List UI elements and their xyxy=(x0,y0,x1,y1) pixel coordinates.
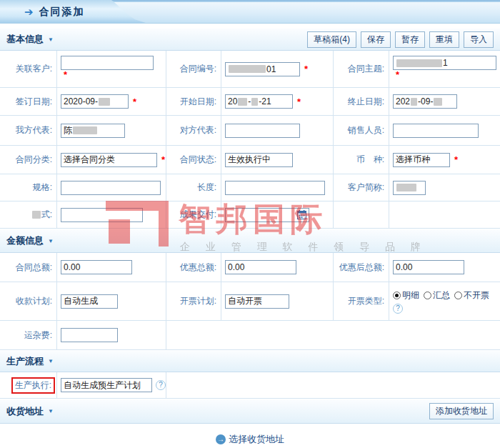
length-label: 长度: xyxy=(166,174,221,201)
circle-arrow-icon: → xyxy=(216,434,226,444)
contract-no-visible: 01 xyxy=(266,64,276,74)
save-button[interactable]: 保存 xyxy=(361,31,391,48)
row-basic-6: 式: 成果交付: xyxy=(0,201,500,229)
mode-label-text: 式: xyxy=(41,209,52,221)
row-basic-2: 签订日期: 2020-09- * 开始日期: 20--21 * 终止日期: 20… xyxy=(0,88,500,116)
their-rep-input[interactable] xyxy=(225,124,300,138)
start-date-input[interactable]: 20--21 xyxy=(225,94,293,109)
reset-button[interactable]: 重填 xyxy=(429,31,459,48)
spec-label: 规格: xyxy=(0,174,57,201)
end-date-part: 202 xyxy=(396,96,410,106)
help-icon[interactable]: ? xyxy=(393,304,403,314)
redacted-text xyxy=(99,98,110,106)
currency-label: 币 种: xyxy=(334,146,389,174)
help-icon[interactable]: ? xyxy=(156,380,166,390)
section-basic-title: 基本信息 xyxy=(6,33,44,46)
discount-label: 优惠总额: xyxy=(166,253,221,282)
radio-invoice-detail-label[interactable]: 明细 xyxy=(402,289,419,302)
import-button[interactable]: 导入 xyxy=(464,31,494,48)
currency-input[interactable] xyxy=(393,153,450,167)
empty-cell xyxy=(334,201,389,228)
invoice-plan-input[interactable] xyxy=(225,294,289,309)
start-date-part: 20 xyxy=(228,96,237,106)
production-exec-label: 生产执行: xyxy=(15,380,51,390)
title-arrow-icon: ➔ xyxy=(24,6,34,19)
section-amount-title: 金额信息 xyxy=(6,234,44,247)
freight-input[interactable] xyxy=(61,328,118,342)
subject-input[interactable]: 1 xyxy=(393,56,496,70)
required-mark: * xyxy=(161,154,165,165)
row-amount-2: 收款计划: 开票计划: 开票类型: 明细 汇总 不开票 ? xyxy=(0,282,500,321)
sign-date-input[interactable]: 2020-09- xyxy=(61,94,129,109)
required-mark: * xyxy=(64,71,67,78)
required-mark: * xyxy=(133,96,136,107)
spec-input[interactable] xyxy=(61,181,161,195)
draftbox-button[interactable]: 草稿箱(4) xyxy=(307,31,356,48)
start-date-part: - xyxy=(248,96,251,106)
section-amount-info: 金额信息 ▼ xyxy=(0,229,500,253)
add-address-button[interactable]: 添加收货地址 xyxy=(429,403,494,419)
delivery-input[interactable] xyxy=(225,208,309,222)
redacted-text xyxy=(32,211,41,219)
row-basic-3: 我方代表: 陈 对方代表: 销售人员: xyxy=(0,116,500,146)
length-input[interactable] xyxy=(225,181,325,195)
required-mark: * xyxy=(297,96,301,107)
temp-save-button[interactable]: 暂存 xyxy=(395,31,425,48)
category-label: 合同分类: xyxy=(0,146,57,174)
section-address-title: 收货地址 xyxy=(6,405,44,418)
cust-abbr-input[interactable] xyxy=(393,181,426,195)
page-title: 合同添加 xyxy=(39,6,85,19)
redacted-text xyxy=(434,98,442,106)
sales-input[interactable] xyxy=(393,124,479,138)
redacted-text xyxy=(73,126,97,134)
caret-down-icon: ▼ xyxy=(48,408,54,414)
row-production-1: 生产执行: ? xyxy=(0,372,500,399)
redacted-text xyxy=(396,184,416,191)
redacted-text xyxy=(411,98,417,106)
caret-down-icon: ▼ xyxy=(48,36,54,43)
our-rep-label: 我方代表: xyxy=(0,116,57,145)
their-rep-label: 对方代表: xyxy=(166,116,221,145)
our-rep-input[interactable]: 陈 xyxy=(61,124,125,138)
radio-invoice-summary[interactable] xyxy=(424,292,431,299)
payment-plan-input[interactable] xyxy=(61,294,118,309)
radio-invoice-detail[interactable] xyxy=(393,292,401,299)
select-address-link[interactable]: → 选择收货地址 xyxy=(216,430,284,448)
total-input[interactable] xyxy=(61,260,132,274)
category-input[interactable] xyxy=(61,153,157,167)
section-basic-toggle[interactable]: 基本信息 ▼ xyxy=(6,33,54,46)
after-discount-input[interactable] xyxy=(393,260,464,274)
discount-input[interactable] xyxy=(225,260,296,274)
section-production-title: 生产流程 xyxy=(6,355,44,368)
mode-input[interactable] xyxy=(61,208,143,222)
row-basic-4: 合同分类: * 合同状态: 币 种: * xyxy=(0,146,500,174)
related-customer-label: 关联客户: xyxy=(0,51,57,87)
empty-cell xyxy=(166,321,500,349)
related-customer-input[interactable] xyxy=(61,56,154,70)
start-date-part: -21 xyxy=(259,96,271,106)
invoice-plan-label: 开票计划: xyxy=(166,282,221,320)
end-date-input[interactable]: 202-09- xyxy=(393,94,457,109)
required-mark: * xyxy=(454,154,458,165)
radio-invoice-none-label[interactable]: 不开票 xyxy=(464,289,489,302)
status-input[interactable] xyxy=(225,153,293,167)
mode-label: 式: xyxy=(0,201,57,228)
caret-down-icon: ▼ xyxy=(48,358,54,364)
section-production-toggle[interactable]: 生产流程 ▼ xyxy=(6,355,54,368)
calendar-icon[interactable] xyxy=(297,210,306,219)
invoice-type-label: 开票类型: xyxy=(334,282,389,320)
radio-invoice-none[interactable] xyxy=(454,292,462,299)
select-address-link-text: 选择收货地址 xyxy=(229,433,284,446)
section-basic-info: 基本信息 ▼ 草稿箱(4) 保存 暂存 重填 导入 xyxy=(0,28,500,51)
redacted-text xyxy=(229,65,266,73)
contract-no-input[interactable]: 01 xyxy=(225,62,300,76)
end-date-part: -09- xyxy=(418,96,433,106)
row-basic-1: 关联客户: * 合同编号: 01 * 合同主题: 1 * xyxy=(0,51,500,88)
delivery-label: 成果交付: xyxy=(166,201,221,228)
section-amount-toggle[interactable]: 金额信息 ▼ xyxy=(6,234,54,247)
radio-invoice-summary-label[interactable]: 汇总 xyxy=(433,289,450,302)
section-address-toggle[interactable]: 收货地址 ▼ xyxy=(6,405,54,418)
after-discount-label: 优惠后总额: xyxy=(334,253,389,282)
production-exec-input[interactable] xyxy=(61,378,152,392)
status-label: 合同状态: xyxy=(166,146,221,174)
